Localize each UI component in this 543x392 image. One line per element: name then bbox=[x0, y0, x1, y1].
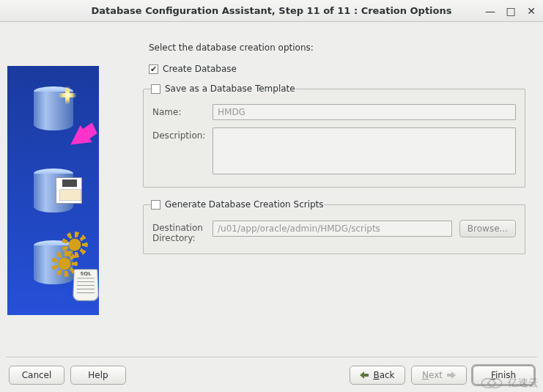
instruction-text: Select the database creation options: bbox=[149, 42, 525, 53]
dest-dir-input[interactable] bbox=[213, 221, 452, 237]
next-arrow-icon bbox=[447, 371, 456, 379]
finish-rest: inish bbox=[495, 370, 516, 380]
next-rest: ext bbox=[429, 370, 443, 380]
generate-scripts-label: Generate Database Creation Scripts bbox=[165, 199, 324, 210]
dest-dir-label: Destination Directory: bbox=[152, 220, 213, 243]
help-button[interactable]: Help bbox=[70, 366, 126, 385]
generate-scripts-legend[interactable]: Generate Database Creation Scripts bbox=[151, 199, 324, 210]
button-bar: Cancel Help Back Next Finish bbox=[0, 358, 543, 392]
floppy-disk-icon bbox=[56, 177, 82, 204]
finish-button[interactable]: Finish bbox=[473, 366, 534, 385]
template-name-label: Name: bbox=[152, 104, 213, 117]
create-database-checkbox[interactable] bbox=[149, 64, 158, 74]
template-desc-input[interactable] bbox=[213, 127, 516, 174]
save-template-checkbox[interactable] bbox=[151, 84, 160, 94]
next-mnemonic: N bbox=[422, 370, 429, 380]
back-rest: ack bbox=[380, 370, 395, 380]
generate-scripts-group: Generate Database Creation Scripts Desti… bbox=[143, 199, 525, 254]
back-button[interactable]: Back bbox=[350, 366, 405, 385]
save-template-legend[interactable]: Save as a Database Template bbox=[151, 84, 295, 94]
sparkle-icon bbox=[54, 82, 81, 108]
separator bbox=[6, 357, 537, 358]
template-desc-label: Description: bbox=[152, 127, 213, 141]
wizard-image-panel bbox=[7, 66, 99, 315]
save-template-group: Save as a Database Template Name: Descri… bbox=[143, 84, 525, 188]
gear-icon bbox=[54, 254, 75, 274]
back-arrow-icon bbox=[360, 371, 369, 379]
create-database-label: Create Database bbox=[163, 64, 237, 74]
titlebar: Database Configuration Assistant, Step 1… bbox=[0, 0, 543, 22]
back-mnemonic: B bbox=[373, 370, 379, 380]
browse-button[interactable]: Browse... bbox=[459, 220, 516, 237]
sql-script-icon bbox=[73, 269, 99, 300]
maximize-icon[interactable]: □ bbox=[505, 5, 517, 17]
window-controls: — □ ✕ bbox=[484, 0, 537, 22]
cancel-button[interactable]: Cancel bbox=[9, 366, 64, 385]
next-button[interactable]: Next bbox=[411, 366, 467, 385]
main-area: Select the database creation options: Cr… bbox=[0, 22, 543, 356]
create-database-option[interactable]: Create Database bbox=[149, 62, 525, 76]
generate-scripts-checkbox[interactable] bbox=[151, 200, 160, 210]
template-name-input[interactable] bbox=[213, 104, 516, 120]
window-title: Database Configuration Assistant, Step 1… bbox=[91, 5, 451, 16]
form-area: Select the database creation options: Cr… bbox=[99, 22, 543, 356]
minimize-icon[interactable]: — bbox=[484, 5, 496, 17]
save-template-label: Save as a Database Template bbox=[165, 84, 295, 94]
close-icon[interactable]: ✕ bbox=[525, 5, 537, 17]
